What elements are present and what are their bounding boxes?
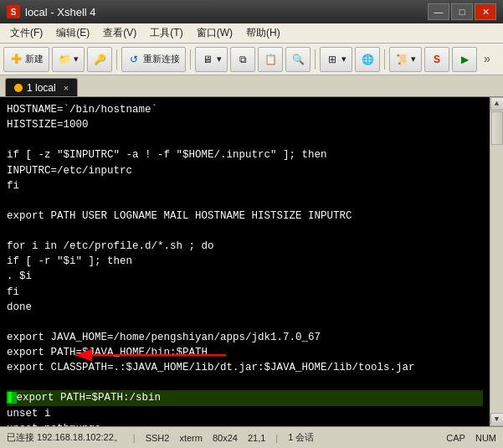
tab-label: 1 local	[27, 82, 56, 94]
terminal-line: export PATH=$JAVA_HOME/bin:$PATH	[7, 345, 483, 360]
terminal-line	[7, 315, 483, 330]
app-icon: S	[7, 5, 20, 18]
script-icon: 📜	[395, 53, 408, 66]
script-dropdown: ▾	[411, 54, 416, 64]
window-title: local - Xshell 4	[25, 6, 96, 18]
monitor-dropdown: ▾	[217, 54, 222, 64]
copy-icon: ⧉	[236, 53, 249, 66]
tab-local[interactable]: 1 local ×	[5, 78, 78, 96]
status-cap: CAP	[446, 433, 465, 443]
terminal-line: export CLASSPATH=.:$JAVA_HOME/lib/dt.jar…	[7, 360, 483, 375]
status-size: 80x24	[213, 433, 238, 443]
terminal-line: if [ -z "$INPUTRC" -a ! -f "$HOME/.input…	[7, 147, 483, 162]
scroll-thumb[interactable]	[491, 111, 503, 145]
terminal-line: export PATH USER LOGNAME MAIL HOSTNAME H…	[7, 209, 483, 224]
paste-icon: 📋	[264, 53, 277, 66]
terminal-line	[7, 193, 483, 209]
menu-tools[interactable]: 工具(T)	[143, 24, 189, 42]
terminal-line: unset i	[7, 406, 483, 421]
open-button[interactable]: 📁 ▾	[52, 47, 85, 72]
monitor-icon: 🖥	[201, 53, 214, 66]
layout-icon: ⊞	[326, 53, 339, 66]
terminal-line: export PATH=$PATH:/sbin	[17, 392, 162, 404]
tab-indicator	[14, 84, 23, 92]
status-num: NUM	[475, 433, 496, 443]
terminal-line: HOSTNAME=`/bin/hostname`	[7, 102, 483, 117]
terminal[interactable]: HOSTNAME=`/bin/hostname`HISTSIZE=1000 if…	[0, 97, 490, 426]
toolbar-sep-3	[315, 49, 316, 70]
new-button[interactable]: ✚ 新建	[3, 47, 49, 72]
reconnect-button[interactable]: ↺ 重新连接	[121, 47, 186, 72]
new-icon: ✚	[9, 53, 23, 66]
terminal-line	[7, 375, 483, 390]
script-button[interactable]: 📜 ▾	[389, 47, 422, 72]
scroll-track	[490, 111, 503, 413]
search-button[interactable]: 🔍	[285, 47, 311, 72]
terminal-line	[7, 224, 483, 239]
terminal-line: fi	[7, 178, 483, 193]
toolbar-sep-1	[116, 49, 117, 70]
terminal-highlight-line: ▌export PATH=$PATH:/sbin	[7, 390, 483, 405]
toolbar-sep-2	[190, 49, 191, 70]
close-button[interactable]: ✕	[475, 3, 496, 20]
globe-button[interactable]: 🌐	[355, 47, 380, 72]
status-sessions: 1 会话	[288, 431, 314, 444]
title-bar: S local - Xshell 4 — □ ✕	[0, 0, 503, 23]
title-controls: — □ ✕	[428, 3, 496, 20]
monitor-button[interactable]: 🖥 ▾	[195, 47, 228, 72]
menu-bar: 文件(F) 编辑(E) 查看(V) 工具(T) 窗口(W) 帮助(H)	[0, 23, 503, 44]
layout-dropdown: ▾	[341, 54, 346, 64]
terminal-line: fi	[7, 285, 483, 300]
terminal-line: if [ -r "$i" ]; then	[7, 254, 483, 269]
green-button[interactable]: ▶	[452, 47, 477, 72]
key-icon: 🔑	[93, 53, 106, 66]
title-bar-left: S local - Xshell 4	[7, 5, 96, 18]
paste-button[interactable]: 📋	[258, 47, 283, 72]
menu-file[interactable]: 文件(F)	[3, 24, 49, 42]
terminal-line: export JAVA_HOME=/home/pengshiyan/apps/j…	[7, 330, 483, 345]
green-icon: ▶	[458, 53, 471, 66]
scroll-down-button[interactable]: ▼	[490, 413, 504, 426]
status-position: 21,1	[248, 433, 265, 443]
menu-window[interactable]: 窗口(W)	[190, 24, 239, 42]
search-icon: 🔍	[291, 53, 305, 66]
menu-help[interactable]: 帮助(H)	[239, 24, 287, 42]
minimize-button[interactable]: —	[428, 3, 449, 20]
terminal-line: done	[7, 300, 483, 315]
menu-view[interactable]: 查看(V)	[96, 24, 143, 42]
terminal-line: unset pathmunge	[7, 421, 483, 426]
menu-edit[interactable]: 编辑(E)	[49, 24, 96, 42]
terminal-line: . $i	[7, 269, 483, 284]
toolbar: ✚ 新建 📁 ▾ 🔑 ↺ 重新连接 🖥 ▾ ⧉ 📋 🔍 ⊞ ▾ 🌐 📜 ▾ S	[0, 44, 503, 75]
green-marker: ▌	[7, 392, 17, 404]
tab-bar: 1 local ×	[0, 75, 503, 97]
terminal-line	[7, 132, 483, 147]
main-area: HOSTNAME=`/bin/hostname`HISTSIZE=1000 if…	[0, 97, 503, 426]
copy-button[interactable]: ⧉	[230, 47, 255, 72]
terminal-line: HISTSIZE=1000	[7, 117, 483, 132]
status-bar: 已连接 192.168.18.102:22。 | SSH2 xterm 80x2…	[0, 426, 503, 448]
toolbar-expand-button[interactable]: »	[480, 47, 495, 72]
status-protocol: SSH2	[146, 433, 170, 443]
status-term: xterm	[179, 433, 203, 443]
status-connection: 已连接 192.168.18.102:22。	[7, 431, 123, 444]
toolbar-sep-4	[384, 49, 385, 70]
folder-icon: 📁	[58, 53, 71, 66]
key-button[interactable]: 🔑	[87, 47, 112, 72]
scrollbar[interactable]: ▲ ▼	[490, 97, 503, 426]
scroll-up-button[interactable]: ▲	[490, 97, 504, 111]
s-icon: S	[430, 53, 444, 66]
tab-close-button[interactable]: ×	[64, 83, 69, 93]
reconnect-icon: ↺	[127, 53, 141, 66]
terminal-line: INPUTRC=/etc/inputrc	[7, 163, 483, 178]
maximize-button[interactable]: □	[451, 3, 473, 20]
globe-icon: 🌐	[361, 53, 374, 66]
s-button[interactable]: S	[424, 47, 449, 72]
layout-button[interactable]: ⊞ ▾	[320, 47, 352, 72]
terminal-line: for i in /etc/profile.d/*.sh ; do	[7, 239, 483, 254]
open-dropdown: ▾	[74, 54, 79, 64]
